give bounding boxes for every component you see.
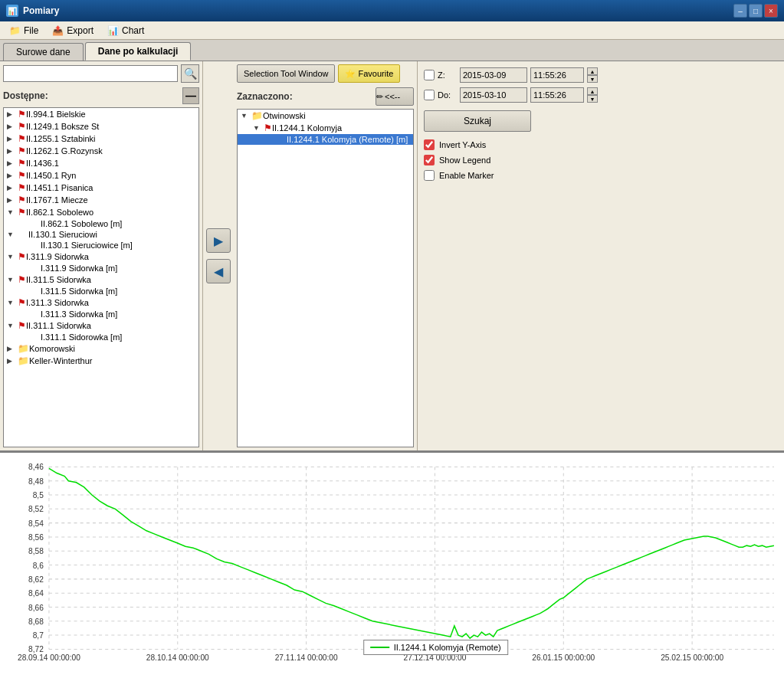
list-item[interactable]: II.1244.1 Kolomyja (Remote) [m] bbox=[238, 134, 413, 145]
remove-from-selection-button[interactable]: ◀ bbox=[206, 259, 231, 283]
do-time-up[interactable]: ▲ bbox=[587, 87, 598, 95]
list-item[interactable]: ▶⚑II.1249.1 Boksze St bbox=[4, 120, 198, 133]
collapse-button[interactable]: — bbox=[182, 87, 199, 104]
z-time-up[interactable]: ▲ bbox=[587, 67, 598, 75]
flag-icon: ⚑ bbox=[18, 297, 26, 308]
list-item[interactable]: ▼⚑II.1244.1 Kolomyja bbox=[238, 122, 413, 134]
top-tab-bar: Surowe dane Dane po kalkulacji bbox=[0, 40, 784, 61]
tree-item-label: II.862.1 Sobolewo [m] bbox=[41, 219, 122, 228]
maximize-button[interactable]: □ bbox=[749, 4, 763, 18]
do-time-spinner[interactable]: ▲ ▼ bbox=[587, 87, 598, 103]
menu-chart[interactable]: 📊 Chart bbox=[101, 24, 150, 38]
back-label: <<-- bbox=[385, 92, 400, 101]
list-item[interactable]: ▶⚑II.1450.1 Ryn bbox=[4, 169, 198, 182]
szukaj-button[interactable]: Szukaj bbox=[424, 110, 531, 132]
chart-menu-label: Chart bbox=[122, 25, 144, 36]
title-bar-left: 📊 Pomiary bbox=[6, 5, 59, 17]
tree-item-label: I.311.9 Sidorwka bbox=[26, 252, 89, 261]
list-item[interactable]: ▶📁Keller-Winterthur bbox=[4, 355, 198, 367]
flag-icon: ⚑ bbox=[18, 320, 26, 331]
list-item[interactable]: I.311.5 Sidorwka [m] bbox=[4, 286, 198, 296]
invert-y-checkbox[interactable] bbox=[424, 139, 435, 150]
menu-export[interactable]: 📤 Export bbox=[46, 24, 100, 38]
search-button[interactable]: 🔍 bbox=[181, 64, 199, 83]
do-time-input[interactable] bbox=[530, 87, 584, 103]
expand-icon: ▼ bbox=[7, 276, 18, 283]
z-time-input[interactable] bbox=[530, 67, 584, 83]
expand-icon: ▼ bbox=[7, 253, 18, 260]
do-label: Do: bbox=[438, 90, 457, 100]
available-label-row: Dostępne: — bbox=[3, 87, 199, 104]
tree-item-label: II.130.1 Sieruciowi bbox=[28, 230, 97, 239]
tree-item-label: I.311.3 Sidorwka [m] bbox=[41, 310, 117, 319]
tree-item-label: I.311.9 Sidorwka [m] bbox=[41, 264, 117, 273]
list-item[interactable]: ▶📁Komorowski bbox=[4, 342, 198, 355]
export-menu-icon: 📤 bbox=[52, 25, 64, 36]
do-time-down[interactable]: ▼ bbox=[587, 95, 598, 103]
do-checkbox[interactable] bbox=[424, 90, 435, 100]
list-item[interactable]: ▶⚑II.1767.1 Miecze bbox=[4, 194, 198, 206]
list-item[interactable]: ▼⚑I.311.3 Sidorwka bbox=[4, 296, 198, 309]
svg-text:27.11.14 00:00:00: 27.11.14 00:00:00 bbox=[275, 653, 338, 662]
tree-item-label: II.994.1 Bielskie bbox=[26, 110, 86, 119]
tree-item-label: I.311.1 Sidorowka [m] bbox=[41, 332, 122, 342]
add-to-selection-button[interactable]: ▶ bbox=[206, 228, 231, 253]
expand-icon: ▶ bbox=[7, 184, 18, 192]
tab-surowe-dane[interactable]: Surowe dane bbox=[3, 43, 84, 61]
list-item[interactable]: II.130.1 Sieruciowice [m] bbox=[4, 240, 198, 251]
tree-item-label: II.1249.1 Boksze St bbox=[26, 122, 99, 131]
app-icon: 📊 bbox=[6, 5, 18, 17]
close-button[interactable]: × bbox=[764, 4, 778, 18]
list-item[interactable]: ▼📁Otwinowski bbox=[238, 110, 413, 122]
list-item[interactable]: ▶⚑II.1255.1 Sztabinki bbox=[4, 133, 198, 145]
expand-icon: ▶ bbox=[7, 172, 18, 179]
svg-text:28.10.14 00:00:00: 28.10.14 00:00:00 bbox=[146, 653, 209, 662]
list-item[interactable]: I.311.1 Sidorowka [m] bbox=[4, 332, 198, 342]
expand-icon: ▼ bbox=[253, 124, 264, 132]
list-item[interactable]: ▼⚑I.311.9 Sidorwka bbox=[4, 251, 198, 263]
svg-text:8,54: 8,54 bbox=[28, 519, 44, 528]
legend-label: II.1244.1 Kolomyja (Remote) bbox=[394, 643, 501, 652]
expand-icon: ▼ bbox=[7, 322, 18, 329]
z-time-spinner[interactable]: ▲ ▼ bbox=[587, 67, 598, 83]
tree-item-label: II.862.1 Sobolewo bbox=[26, 208, 93, 217]
tree-item-label: II.1767.1 Miecze bbox=[26, 195, 88, 205]
chart-area: 8,46 8,48 8,5 8,52 8,54 8,56 8,58 8,6 8,… bbox=[0, 452, 784, 678]
expand-icon: ▶ bbox=[7, 159, 18, 167]
menu-file[interactable]: 📁 File bbox=[3, 24, 44, 38]
list-item[interactable]: ▶⚑II.1451.1 Pisanica bbox=[4, 182, 198, 194]
list-item[interactable]: ▶⚑II.1436.1 bbox=[4, 157, 198, 169]
svg-text:8,46: 8,46 bbox=[28, 463, 44, 471]
list-item[interactable]: II.862.1 Sobolewo [m] bbox=[4, 218, 198, 229]
z-date-input[interactable] bbox=[460, 67, 527, 83]
list-item[interactable]: ▼⚑II.311.1 Sidorwka bbox=[4, 319, 198, 332]
list-item[interactable]: ▶⚑II.994.1 Bielskie bbox=[4, 108, 198, 120]
window-title: Pomiary bbox=[23, 5, 59, 16]
z-time-down[interactable]: ▼ bbox=[587, 75, 598, 83]
list-item[interactable]: I.311.9 Sidorwka [m] bbox=[4, 263, 198, 273]
show-legend-checkbox[interactable] bbox=[424, 155, 435, 165]
list-item[interactable]: ▼⚑II.311.5 Sidorwka bbox=[4, 273, 198, 286]
list-item[interactable]: ▼II.130.1 Sieruciowi bbox=[4, 229, 198, 240]
flag-icon: ⚑ bbox=[18, 146, 26, 156]
flag-icon: ⚑ bbox=[18, 121, 26, 132]
star-icon: ⭐ bbox=[345, 69, 356, 79]
back-button[interactable]: ✏ <<-- bbox=[376, 87, 414, 106]
z-checkbox[interactable] bbox=[424, 70, 435, 80]
title-bar: 📊 Pomiary – □ × bbox=[0, 0, 784, 21]
favourite-button[interactable]: ⭐ Favourite bbox=[338, 64, 400, 83]
minimize-button[interactable]: – bbox=[733, 4, 747, 18]
selection-tree[interactable]: ▼📁Otwinowski▼⚑II.1244.1 KolomyjaII.1244.… bbox=[237, 109, 414, 447]
tree-item-label: II.1451.1 Pisanica bbox=[26, 183, 93, 192]
search-bar: 🔍 bbox=[3, 64, 199, 83]
chart-legend-tooltip: II.1244.1 Kolomyja (Remote) bbox=[363, 640, 508, 655]
do-date-input[interactable] bbox=[460, 87, 527, 103]
tab-dane-po-kalkulacji[interactable]: Dane po kalkulacji bbox=[85, 42, 192, 61]
list-item[interactable]: I.311.3 Sidorwka [m] bbox=[4, 309, 198, 319]
available-tree[interactable]: ▶⚑II.994.1 Bielskie▶⚑II.1249.1 Boksze St… bbox=[3, 107, 199, 447]
selection-tool-window-button[interactable]: Selection Tool Window bbox=[237, 64, 335, 83]
list-item[interactable]: ▶⚑II.1262.1 G.Rozynsk bbox=[4, 145, 198, 157]
list-item[interactable]: ▼⚑II.862.1 Sobolewo bbox=[4, 206, 198, 218]
search-input[interactable] bbox=[3, 65, 178, 82]
enable-marker-checkbox[interactable] bbox=[424, 170, 435, 181]
